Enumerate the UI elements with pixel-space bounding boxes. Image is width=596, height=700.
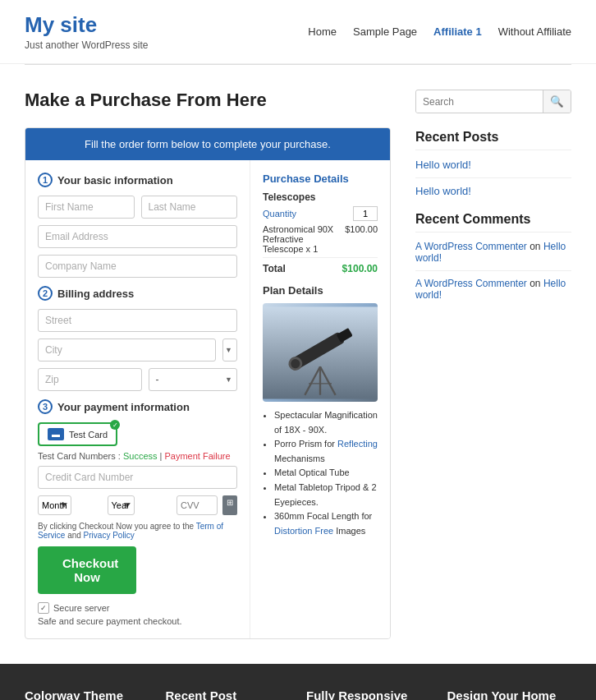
main-container: Make a Purchase From Here Fill the order…: [0, 65, 596, 664]
card-button[interactable]: ▬ Test Card ✓: [38, 422, 117, 446]
city-country-row: Country ▼: [38, 338, 237, 362]
card-icon: ▬: [48, 428, 64, 440]
feature-3: Metal Optical Tube: [274, 466, 378, 481]
footer-col-responsive: Fully Responsive Colorway is a unique re…: [306, 688, 431, 700]
comments-divider-1: [415, 270, 571, 271]
failure-link[interactable]: Payment Failure: [165, 451, 231, 461]
footer: Colorway Theme Footer is widgetized. To …: [0, 664, 596, 700]
footer-col-4-title: Design Your Home: [447, 688, 572, 700]
zip-input[interactable]: [38, 368, 142, 391]
year-select[interactable]: Year: [108, 495, 135, 515]
section2-num: 2: [38, 286, 53, 301]
purchase-form: Fill the order form below to complete yo…: [25, 127, 391, 639]
safe-text: Safe and secure payment checkout.: [38, 616, 237, 626]
form-right: Purchase Details Telescopes Quantity Ast…: [250, 160, 390, 638]
last-name-input[interactable]: [141, 196, 238, 219]
state-select[interactable]: -: [149, 368, 238, 391]
country-select[interactable]: Country: [222, 338, 237, 362]
nav-without-affiliate[interactable]: Without Affiliate: [498, 25, 571, 38]
card-label: Test Card: [69, 430, 108, 440]
purchase-header: Purchase Details: [263, 173, 378, 185]
qty-input[interactable]: [353, 206, 378, 221]
item-row: Astronomical 90X Refractive Telescope x …: [263, 224, 378, 254]
section3-label: Your payment information: [57, 401, 190, 413]
company-input[interactable]: [38, 255, 237, 278]
plan-features: Spectacular Magnification of 18X - 90X. …: [263, 408, 378, 538]
test-card-info: Test Card Numbers : Success | Payment Fa…: [38, 451, 237, 461]
nav-home[interactable]: Home: [308, 25, 337, 38]
checkout-button[interactable]: Checkout Now: [38, 546, 136, 594]
total-label: Total: [263, 263, 286, 274]
posts-divider-1: [415, 177, 571, 178]
site-title[interactable]: My site: [25, 12, 149, 38]
secure-label: Secure server: [53, 603, 109, 613]
cc-row: [38, 466, 237, 489]
email-row: [38, 225, 237, 248]
city-input[interactable]: [38, 338, 216, 362]
street-input[interactable]: [38, 309, 237, 332]
form-left: 1 Your basic information: [25, 160, 250, 638]
commenter-2-link[interactable]: A WordPress Commenter: [415, 278, 527, 289]
card-check-icon: ✓: [110, 420, 120, 430]
main-content: Make a Purchase From Here Fill the order…: [25, 90, 391, 639]
cc-input[interactable]: [38, 466, 237, 489]
section2-label: Billing address: [57, 288, 134, 300]
terms-prefix: By clicking Checkout Now you agree to th…: [38, 522, 194, 531]
qty-row: Quantity: [263, 206, 378, 221]
item-desc: Astronomical 90X Refractive Telescope x …: [263, 224, 345, 254]
terms-and: and: [67, 531, 81, 540]
section3-title: 3 Your payment information: [38, 399, 237, 414]
secure-row: ✓ Secure server: [38, 602, 237, 614]
month-select[interactable]: Month: [38, 495, 71, 515]
feature-1: Spectacular Magnification of 18X - 90X.: [274, 408, 378, 437]
search-input[interactable]: [416, 91, 543, 113]
telescope-image: [263, 303, 378, 402]
zip-row: - ▼: [38, 368, 237, 391]
footer-col-recent-post: Recent Post Worth A Thousand Words Categ…: [166, 688, 291, 700]
privacy-link[interactable]: Privacy Policy: [84, 531, 135, 540]
site-tagline: Just another WordPress site: [25, 39, 149, 51]
search-button[interactable]: 🔍: [543, 90, 571, 113]
company-row: [38, 255, 237, 278]
recent-post-1[interactable]: Hello world!: [415, 159, 571, 171]
commenter-1-link[interactable]: A WordPress Commenter: [415, 241, 527, 252]
feature-5: 360mm Focal Length for Distortion Free I…: [274, 509, 378, 538]
section1-num: 1: [38, 173, 53, 187]
recent-comments-title: Recent Comments: [415, 212, 571, 233]
nav-affiliate1[interactable]: Affiliate 1: [433, 25, 482, 38]
plan-header: Plan Details: [263, 284, 378, 297]
total-row: Total $100.00: [263, 257, 378, 274]
comment-2-on: on: [530, 278, 540, 289]
test-card-label: Test Card Numbers :: [38, 451, 121, 461]
recent-posts-title: Recent Posts: [415, 130, 571, 150]
total-price: $100.00: [342, 263, 378, 274]
month-row: Month Year ⊞: [38, 495, 237, 515]
success-link[interactable]: Success: [123, 451, 158, 461]
email-input[interactable]: [38, 225, 237, 248]
cvv-icon: ⊞: [222, 495, 237, 515]
section1-title: 1 Your basic information: [38, 173, 237, 187]
purchase-item-name: Telescopes: [263, 191, 378, 203]
section2-title: 2 Billing address: [38, 286, 237, 301]
cvv-input[interactable]: [177, 495, 218, 515]
street-row: [38, 309, 237, 332]
footer-col-design: Design Your Home Express your creativity…: [447, 688, 572, 700]
site-title-link[interactable]: My site: [25, 12, 97, 37]
section1-label: Your basic information: [57, 174, 173, 187]
qty-label: Quantity: [263, 209, 296, 219]
footer-col-2-title: Recent Post: [166, 688, 291, 700]
footer-col-1-title: Colorway Theme: [25, 688, 149, 700]
recent-post-2[interactable]: Hello world!: [415, 185, 571, 197]
nav-sample-page[interactable]: Sample Page: [353, 25, 417, 38]
site-header: My site Just another WordPress site Home…: [0, 0, 596, 64]
footer-main: Colorway Theme Footer is widgetized. To …: [0, 664, 596, 700]
section3-num: 3: [38, 399, 53, 414]
comment-1: A WordPress Commenter on Hello world!: [415, 241, 571, 264]
footer-col-3-title: Fully Responsive: [306, 688, 431, 700]
search-box: 🔍: [415, 90, 571, 113]
feature-2: Porro Prism for Reflecting Mechanisms: [274, 437, 378, 466]
footer-col-colorway: Colorway Theme Footer is widgetized. To …: [25, 688, 149, 700]
main-nav: Home Sample Page Affiliate 1 Without Aff…: [308, 25, 571, 38]
first-name-input[interactable]: [38, 196, 135, 219]
site-branding: My site Just another WordPress site: [25, 12, 149, 51]
